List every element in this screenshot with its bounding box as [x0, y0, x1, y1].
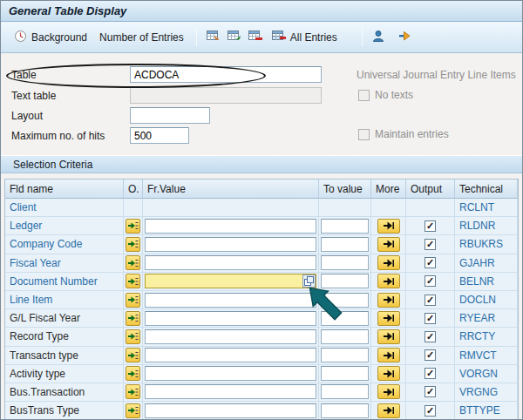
application-toolbar: Background Number of Entries All Entries	[1, 22, 522, 53]
from-value-input[interactable]	[145, 366, 316, 381]
select-entries-button[interactable]	[203, 25, 224, 49]
no-texts-checkbox[interactable]	[358, 90, 370, 101]
table-row-bustrans-type: BusTrans Type BTTYPE	[5, 402, 518, 420]
table-row-record-type: Record Type RRCTY	[5, 328, 518, 346]
table-row-line-item: Line Item DOCLN	[5, 291, 518, 309]
all-entries-button[interactable]: All Entries	[266, 25, 343, 49]
col-header-fld-name: Fld name	[5, 180, 124, 199]
to-value-input[interactable]	[321, 255, 369, 270]
table-row-bus-transaction: Bus.Transaction VRGNG	[5, 383, 518, 402]
from-value-input[interactable]	[145, 219, 316, 234]
table-delete-icon	[248, 30, 262, 44]
output-checkbox[interactable]	[425, 220, 436, 232]
maintain-entries-checkbox[interactable]	[358, 129, 370, 140]
field-name: Ledger	[10, 220, 42, 232]
more-button[interactable]	[377, 274, 400, 288]
technical-name: RMVCT	[457, 349, 497, 362]
output-checkbox[interactable]	[425, 239, 436, 250]
to-value-input[interactable]	[321, 329, 369, 344]
export-button[interactable]	[395, 25, 415, 49]
more-button[interactable]	[377, 329, 400, 344]
clock-icon	[14, 30, 27, 45]
more-button[interactable]	[377, 255, 400, 270]
number-of-entries-label: Number of Entries	[99, 31, 184, 44]
output-checkbox[interactable]	[425, 405, 436, 417]
multiple-selection-button[interactable]	[126, 255, 140, 270]
output-checkbox[interactable]	[425, 257, 436, 268]
output-checkbox[interactable]	[425, 386, 436, 397]
col-header-more: More	[371, 180, 406, 199]
more-button[interactable]	[377, 403, 400, 418]
to-value-input[interactable]	[321, 237, 369, 252]
table-row-gl-fiscal-year: G/L Fiscal Year RYEAR	[5, 309, 518, 328]
output-checkbox[interactable]	[425, 295, 436, 306]
background-button[interactable]: Background	[8, 25, 93, 50]
text-table-field	[130, 87, 322, 104]
to-value-input[interactable]	[321, 293, 369, 308]
from-value-input[interactable]	[145, 329, 316, 344]
table-all-icon	[272, 30, 286, 44]
output-checkbox[interactable]	[425, 349, 436, 361]
multiple-selection-button[interactable]	[126, 237, 140, 252]
col-header-to-value: To value	[319, 180, 371, 199]
more-button[interactable]	[377, 348, 400, 362]
table-row-ledger: Ledger RLDNR	[5, 217, 518, 235]
selection-grid: Fld name O. Fr.Value To value More Outpu…	[4, 179, 519, 420]
multiple-selection-button[interactable]	[126, 403, 140, 418]
output-checkbox[interactable]	[425, 331, 436, 342]
delete-entry-button[interactable]	[245, 25, 266, 49]
multiple-selection-button[interactable]	[126, 329, 140, 344]
from-value-input[interactable]	[145, 293, 316, 308]
header-form: Table Universal Journal Entry Line Items…	[1, 53, 522, 155]
from-value-input[interactable]	[145, 348, 316, 362]
selection-criteria-title: Selection Criteria	[13, 159, 92, 171]
output-checkbox[interactable]	[425, 313, 436, 324]
to-value-input[interactable]	[321, 366, 369, 381]
to-value-input[interactable]	[321, 403, 369, 418]
user-icon	[372, 30, 384, 45]
more-button[interactable]	[377, 366, 400, 381]
from-value-input[interactable]	[145, 255, 316, 270]
max-hits-input[interactable]	[130, 127, 189, 144]
to-value-input[interactable]	[321, 384, 369, 399]
table-name-input[interactable]	[130, 66, 322, 83]
more-button[interactable]	[377, 219, 400, 234]
from-value-input-focused[interactable]	[145, 274, 316, 288]
from-value-input[interactable]	[145, 403, 316, 418]
multiple-selection-button[interactable]	[126, 384, 140, 399]
multiple-selection-button[interactable]	[126, 348, 140, 362]
multiple-selection-button[interactable]	[126, 366, 140, 381]
field-name: Fiscal Year	[10, 257, 61, 269]
number-of-entries-button[interactable]: Number of Entries	[93, 27, 190, 48]
to-value-input[interactable]	[321, 311, 369, 326]
to-value-input[interactable]	[321, 274, 369, 288]
multiple-selection-button[interactable]	[126, 274, 140, 288]
field-name: Record Type	[10, 330, 69, 342]
more-button[interactable]	[377, 237, 400, 252]
to-value-input[interactable]	[321, 219, 369, 234]
user-settings-button[interactable]	[369, 25, 388, 50]
multiple-selection-button[interactable]	[126, 311, 140, 326]
maintain-entries-checkbox-row: Maintain entries	[358, 128, 449, 140]
more-button[interactable]	[377, 293, 400, 308]
field-name: Company Code	[10, 238, 82, 250]
technical-name: VORGN	[457, 368, 498, 380]
insert-entry-button[interactable]	[224, 25, 245, 49]
matchcode-button[interactable]	[302, 274, 316, 288]
from-value-input[interactable]	[145, 384, 316, 399]
field-name: BusTrans Type	[10, 404, 79, 417]
more-button[interactable]	[377, 311, 400, 326]
layout-input[interactable]	[130, 107, 210, 124]
all-entries-label: All Entries	[290, 31, 337, 44]
to-value-input[interactable]	[321, 348, 369, 362]
output-checkbox[interactable]	[425, 368, 436, 379]
technical-name: RCLNT	[457, 201, 494, 213]
multiple-selection-button[interactable]	[126, 293, 140, 308]
output-checkbox[interactable]	[425, 275, 436, 287]
from-value-input[interactable]	[145, 237, 316, 252]
more-button[interactable]	[377, 384, 400, 399]
background-label: Background	[31, 31, 87, 44]
no-texts-label: No texts	[375, 89, 413, 101]
multiple-selection-button[interactable]	[126, 219, 140, 234]
from-value-input[interactable]	[145, 311, 316, 326]
